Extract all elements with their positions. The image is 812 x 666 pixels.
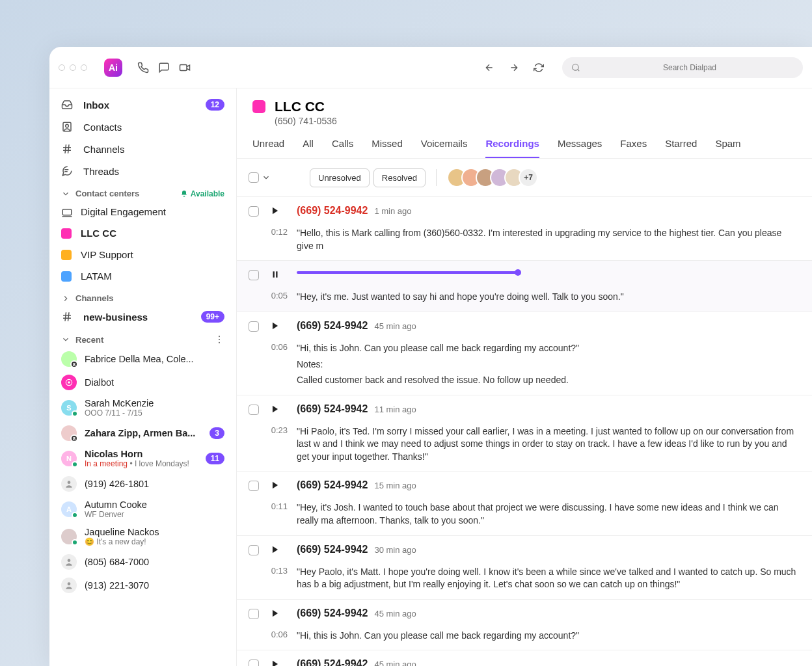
checkbox-icon[interactable] [249,172,259,183]
filter-resolved[interactable]: Resolved [373,168,426,187]
play-button[interactable] [271,481,290,490]
tab-spam[interactable]: Spam [715,138,740,158]
row-checkbox[interactable] [249,205,264,217]
row-checkbox[interactable] [249,544,264,555]
row-checkbox[interactable] [249,607,264,619]
color-dot [61,228,72,239]
recording-row: (669) 524-994245 min ago0:06"Hi, this is… [237,600,812,651]
checkbox-icon[interactable] [249,481,259,491]
avatar: A [61,501,77,517]
tab-recordings[interactable]: Recordings [485,138,539,158]
nav-contacts[interactable]: Contacts [49,116,236,138]
phone-icon[interactable] [137,61,150,74]
channel-label: new-business [83,312,148,323]
svg-marker-27 [273,323,278,330]
recent-item[interactable]: AAutumn CookeWF Denver [49,496,236,523]
play-button[interactable] [271,609,290,618]
recording-timestamp: 11 min ago [374,405,416,414]
svg-marker-31 [273,609,278,617]
message-icon[interactable] [157,61,170,74]
header-phone: (650) 741-0536 [275,116,796,126]
checkbox-icon[interactable] [249,321,259,332]
recent-item[interactable]: 8Zahara Zipp, Armen Ba...3 [49,421,236,445]
channels-section-header[interactable]: Channels [49,287,236,306]
checkbox-icon[interactable] [249,545,259,555]
contacts-icon [61,121,74,133]
nav-channels[interactable]: Channels [49,138,236,160]
row-checkbox[interactable] [249,269,264,280]
row-checkbox[interactable] [249,658,264,666]
traffic-close[interactable] [59,64,65,71]
play-button[interactable] [271,206,290,215]
checkbox-icon[interactable] [249,206,259,217]
recording-row: (669) 524-994245 min ago0:06"Hi, this is… [237,312,812,395]
recent-section-header[interactable]: Recent [49,328,236,347]
cc-item[interactable]: Digital Engagement [49,201,236,222]
playback-progress[interactable] [297,269,800,274]
traffic-maximize[interactable] [81,64,87,71]
cc-item[interactable]: VIP Support [49,244,236,265]
avatar-stack[interactable]: +7 [447,168,538,187]
recent-item[interactable]: NNicolas HornIn a meeting • I love Monda… [49,445,236,472]
play-icon [271,206,280,215]
pause-button[interactable] [271,270,290,279]
nav-threads[interactable]: Threads [49,160,236,182]
pause-icon [271,270,280,279]
avatar-more[interactable]: +7 [519,168,538,187]
recent-item[interactable]: (919) 426-1801 [49,472,236,496]
search-wrap[interactable] [562,57,803,78]
recent-item[interactable]: 8Fabrice Della Mea, Cole... [49,347,236,371]
cc-item[interactable]: LLC CC [49,222,236,244]
svg-point-3 [66,124,69,127]
channel-item[interactable]: new-business 99+ [49,306,236,328]
recording-row: (669) 524-994230 min ago0:13"Hey Paolo, … [237,536,812,600]
cc-section-header[interactable]: Contact centers Available [49,182,236,201]
refresh-icon[interactable] [532,61,545,74]
row-checkbox[interactable] [249,479,264,491]
row-checkbox[interactable] [249,320,264,332]
tab-faxes[interactable]: Faxes [620,138,647,158]
inbox-icon [61,99,74,111]
divider [436,169,437,186]
more-icon[interactable] [214,334,224,345]
recent-item[interactable]: Jaqueline Nackos😊 It's a new day! [49,523,236,550]
select-all[interactable] [249,172,271,183]
checkbox-icon[interactable] [249,405,259,415]
chevron-down-icon[interactable] [262,173,271,182]
tab-voicemails[interactable]: Voicemails [421,138,468,158]
checkbox-icon[interactable] [249,270,259,280]
cc-label: LLC CC [81,228,116,239]
recent-item[interactable]: Dialbot [49,371,236,394]
header-color-dot [252,100,265,113]
play-button[interactable] [271,545,290,554]
tab-messages[interactable]: Messages [558,138,602,158]
back-icon[interactable] [483,61,496,74]
tabs: UnreadAllCallsMissedVoicemailsRecordings… [237,126,812,159]
tab-unread[interactable]: Unread [252,138,284,158]
svg-marker-24 [273,207,278,215]
checkbox-icon[interactable] [249,609,259,619]
checkbox-icon[interactable] [249,659,259,666]
recent-item[interactable]: (913) 221-3070 [49,574,236,597]
tab-starred[interactable]: Starred [665,138,697,158]
forward-icon[interactable] [508,61,521,74]
tab-calls[interactable]: Calls [332,138,353,158]
filter-unresolved[interactable]: Unresolved [310,168,370,187]
play-button[interactable] [271,321,290,330]
avatar [61,578,77,593]
recent-name: Fabrice Della Mea, Cole... [85,354,224,364]
recording-row: (669) 524-994215 min ago0:11"Hey, it's J… [237,472,812,535]
play-icon [271,545,280,554]
nav-inbox[interactable]: Inbox 12 [49,94,236,116]
play-button[interactable] [271,405,290,414]
tab-all[interactable]: All [303,138,314,158]
video-icon[interactable] [178,61,191,74]
traffic-minimize[interactable] [70,64,76,71]
search-input[interactable] [586,63,794,72]
recent-item[interactable]: SSarah McKenzieOOO 7/11 - 7/15 [49,394,236,421]
recent-item[interactable]: (805) 684-7000 [49,550,236,574]
cc-item[interactable]: LATAM [49,265,236,287]
play-button[interactable] [271,659,290,666]
row-checkbox[interactable] [249,403,264,415]
tab-missed[interactable]: Missed [372,138,403,158]
